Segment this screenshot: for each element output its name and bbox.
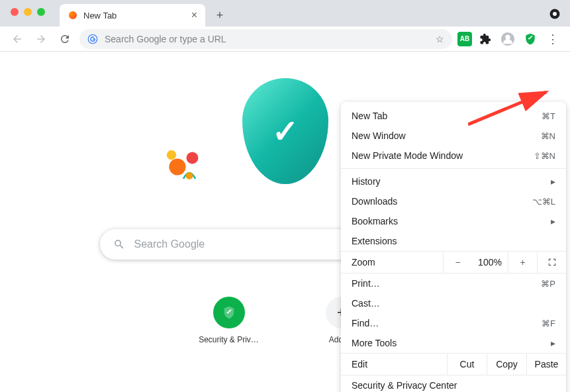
svg-point-1 [553, 12, 557, 16]
paste-button[interactable]: Paste [526, 354, 566, 375]
extension-shield-icon[interactable] [521, 30, 540, 48]
menu-new-private[interactable]: New Private Mode Window⇧⌘N [341, 146, 566, 166]
flower-decoration-icon [160, 131, 219, 191]
close-window-button[interactable] [11, 8, 19, 16]
shield-icon: ✓ [242, 78, 328, 184]
svg-point-6 [186, 152, 198, 164]
chevron-right-icon: ▸ [551, 216, 555, 226]
window-traffic-lights [11, 8, 45, 16]
menu-bookmarks[interactable]: Bookmarks▸ [341, 211, 566, 231]
menu-find[interactable]: Find…⌘F [341, 313, 566, 333]
menu-zoom-row: Zoom − 100% + [341, 251, 566, 273]
shortcut-label: Security & Priv… [196, 335, 262, 344]
toolbar: Search Google or type a URL ☆ AB ⋮ [0, 26, 570, 52]
menu-separator [341, 168, 566, 169]
google-icon [87, 34, 98, 44]
close-tab-icon[interactable]: × [191, 9, 197, 21]
menu-security-center[interactable]: Security & Privacy Center [341, 375, 566, 392]
back-button[interactable] [8, 30, 26, 48]
menu-extensions[interactable]: Extensions [341, 231, 566, 251]
copy-button[interactable]: Copy [487, 354, 526, 375]
chevron-right-icon: ▸ [551, 176, 555, 187]
tab-title: New Tab [83, 11, 117, 21]
extension-ab-icon[interactable]: AB [457, 32, 472, 46]
new-tab-button[interactable]: + [211, 6, 229, 24]
svg-point-5 [169, 158, 185, 175]
zoom-out-button[interactable]: − [443, 252, 472, 273]
menu-edit-row: Edit Cut Copy Paste [341, 353, 566, 375]
fullscreen-button[interactable] [537, 252, 566, 273]
menu-downloads[interactable]: Downloads⌥⌘L [341, 191, 566, 211]
toolbar-extensions: AB ⋮ [457, 30, 562, 48]
omnibox-placeholder: Search Google or type a URL [105, 34, 226, 44]
zoom-in-button[interactable]: + [508, 252, 537, 273]
search-placeholder: Search Google [134, 238, 205, 250]
profile-avatar-icon[interactable] [499, 30, 517, 48]
tab-strip: New Tab × + [0, 0, 570, 26]
menu-print[interactable]: Print…⌘P [341, 273, 566, 293]
search-icon [113, 238, 125, 250]
maximize-window-button[interactable] [37, 8, 45, 16]
address-bar[interactable]: Search Google or type a URL ☆ [79, 29, 452, 49]
browser-menu: New Tab⌘T New Window⌘N New Private Mode … [341, 102, 566, 392]
reload-button[interactable] [56, 30, 74, 48]
menu-new-window[interactable]: New Window⌘N [341, 126, 566, 146]
extensions-puzzle-icon[interactable] [476, 30, 495, 48]
svg-point-8 [185, 172, 193, 179]
shortcut-security[interactable]: Security & Priv… [196, 297, 262, 344]
browser-tab[interactable]: New Tab × [60, 4, 205, 26]
zoom-value: 100% [472, 257, 508, 268]
menu-more-tools[interactable]: More Tools▸ [341, 333, 566, 353]
edit-label: Edit [341, 359, 447, 369]
minimize-window-button[interactable] [24, 8, 32, 16]
forward-button[interactable] [32, 30, 50, 48]
svg-point-4 [505, 34, 510, 39]
new-tab-page: ✓ Search Google Security & Priv… + Add s… [0, 52, 570, 392]
menu-history[interactable]: History▸ [341, 172, 566, 191]
menu-cast[interactable]: Cast… [341, 293, 566, 313]
shield-check-icon [213, 297, 245, 328]
profile-menu-icon[interactable] [549, 8, 561, 20]
bookmark-star-icon[interactable]: ☆ [436, 34, 444, 44]
zoom-label: Zoom [341, 257, 443, 268]
tab-favicon [68, 10, 78, 21]
menu-new-tab[interactable]: New Tab⌘T [341, 106, 566, 126]
checkmark-icon: ✓ [272, 113, 299, 150]
cut-button[interactable]: Cut [447, 354, 487, 375]
svg-point-7 [166, 150, 175, 160]
chevron-right-icon: ▸ [551, 338, 555, 348]
more-menu-button[interactable]: ⋮ [544, 30, 562, 48]
